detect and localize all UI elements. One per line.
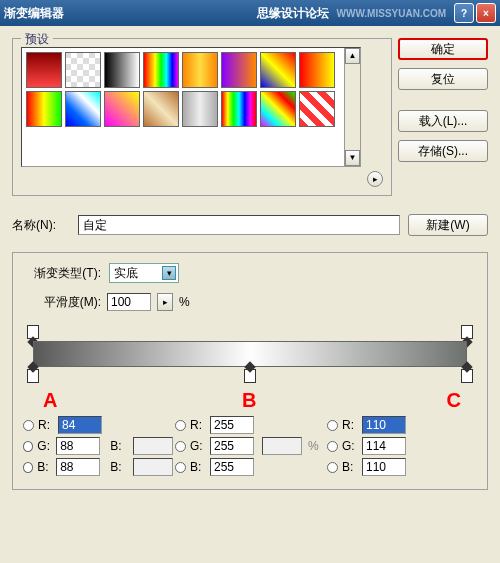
preset-swatch-1[interactable]: [65, 52, 101, 88]
preset-swatch-8[interactable]: [26, 91, 62, 127]
color-stop-b[interactable]: [244, 369, 256, 383]
letter-b: B: [242, 389, 256, 412]
smooth-label: 平滑度(M):: [23, 294, 101, 311]
rgb-col-b: R: G:% B:: [175, 413, 325, 479]
button-column: 确定 复位 载入(L)... 存储(S)...: [398, 38, 488, 162]
watermark-text: 思缘设计论坛: [257, 5, 329, 22]
window-title: 渐变编辑器: [4, 5, 64, 22]
type-value: 实底: [114, 265, 138, 282]
radio-c-b[interactable]: [327, 462, 338, 473]
opacity-stop-right[interactable]: [461, 325, 473, 339]
smooth-unit: %: [179, 295, 190, 309]
b-extra1[interactable]: [262, 437, 302, 455]
save-button[interactable]: 存储(S)...: [398, 140, 488, 162]
name-label: 名称(N):: [12, 217, 70, 234]
preset-swatch-13[interactable]: [221, 91, 257, 127]
scroll-up-button[interactable]: ▲: [345, 48, 360, 64]
color-stop-a[interactable]: [27, 369, 39, 383]
smooth-input[interactable]: [107, 293, 151, 311]
c-b-input[interactable]: [362, 458, 406, 476]
radio-b-b[interactable]: [175, 462, 186, 473]
titlebar: 渐变编辑器 思缘设计论坛 WWW.MISSYUAN.COM ? ×: [0, 0, 500, 26]
a-extra2[interactable]: [133, 458, 173, 476]
opacity-stop-left[interactable]: [27, 325, 39, 339]
rgb-col-a: R: G:B: B:B:: [23, 413, 173, 479]
b-r-input[interactable]: [210, 416, 254, 434]
preset-swatch-12[interactable]: [182, 91, 218, 127]
radio-a-g[interactable]: [23, 441, 33, 452]
a-extra1[interactable]: [133, 437, 173, 455]
chevron-down-icon: ▾: [162, 266, 176, 280]
a-g-input[interactable]: [56, 437, 100, 455]
radio-c-g[interactable]: [327, 441, 338, 452]
preset-swatch-3[interactable]: [143, 52, 179, 88]
gradient-editor[interactable]: [23, 325, 477, 383]
preset-swatch-4[interactable]: [182, 52, 218, 88]
b-g-input[interactable]: [210, 437, 254, 455]
name-row: 名称(N): 新建(W): [12, 214, 488, 236]
preset-grid[interactable]: ▲ ▼: [21, 47, 361, 167]
letter-a: A: [43, 389, 57, 412]
color-stop-c[interactable]: [461, 369, 473, 383]
reset-button[interactable]: 复位: [398, 68, 488, 90]
letter-c: C: [447, 389, 461, 412]
preset-swatch-15[interactable]: [299, 91, 335, 127]
type-label: 渐变类型(T):: [23, 265, 101, 282]
preset-swatch-14[interactable]: [260, 91, 296, 127]
close-button[interactable]: ×: [476, 3, 496, 23]
preset-scrollbar[interactable]: ▲ ▼: [344, 48, 360, 166]
label-g: G:: [37, 439, 52, 453]
c-r-input[interactable]: [362, 416, 406, 434]
radio-c-r[interactable]: [327, 420, 338, 431]
c-g-input[interactable]: [362, 437, 406, 455]
name-input[interactable]: [78, 215, 400, 235]
watermark-url: WWW.MISSYUAN.COM: [337, 8, 446, 19]
preset-swatch-11[interactable]: [143, 91, 179, 127]
b-b-input[interactable]: [210, 458, 254, 476]
type-select[interactable]: 实底 ▾: [109, 263, 179, 283]
a-r-input[interactable]: [58, 416, 102, 434]
preset-swatch-9[interactable]: [65, 91, 101, 127]
smooth-popup-button[interactable]: ▸: [157, 293, 173, 311]
help-button[interactable]: ?: [454, 3, 474, 23]
preset-swatch-2[interactable]: [104, 52, 140, 88]
scroll-down-button[interactable]: ▼: [345, 150, 360, 166]
new-button[interactable]: 新建(W): [408, 214, 488, 236]
preset-panel: 预设 ▲ ▼ ▸: [12, 38, 392, 196]
radio-b-g[interactable]: [175, 441, 186, 452]
label-r: R:: [38, 418, 54, 432]
preset-swatch-10[interactable]: [104, 91, 140, 127]
preset-swatch-5[interactable]: [221, 52, 257, 88]
load-button[interactable]: 载入(L)...: [398, 110, 488, 132]
radio-b-r[interactable]: [175, 420, 186, 431]
gradient-section: 渐变类型(T): 实底 ▾ 平滑度(M): ▸ % A B C: [12, 252, 488, 490]
preset-menu-button[interactable]: ▸: [367, 171, 383, 187]
preset-swatch-6[interactable]: [260, 52, 296, 88]
ok-button[interactable]: 确定: [398, 38, 488, 60]
preset-swatch-0[interactable]: [26, 52, 62, 88]
radio-a-r[interactable]: [23, 420, 34, 431]
label-b: B:: [37, 460, 52, 474]
a-b-input[interactable]: [56, 458, 100, 476]
rgb-col-c: R: G: B:: [327, 413, 477, 479]
preset-legend: 预设: [21, 31, 53, 48]
preset-swatch-7[interactable]: [299, 52, 335, 88]
radio-a-b[interactable]: [23, 462, 33, 473]
